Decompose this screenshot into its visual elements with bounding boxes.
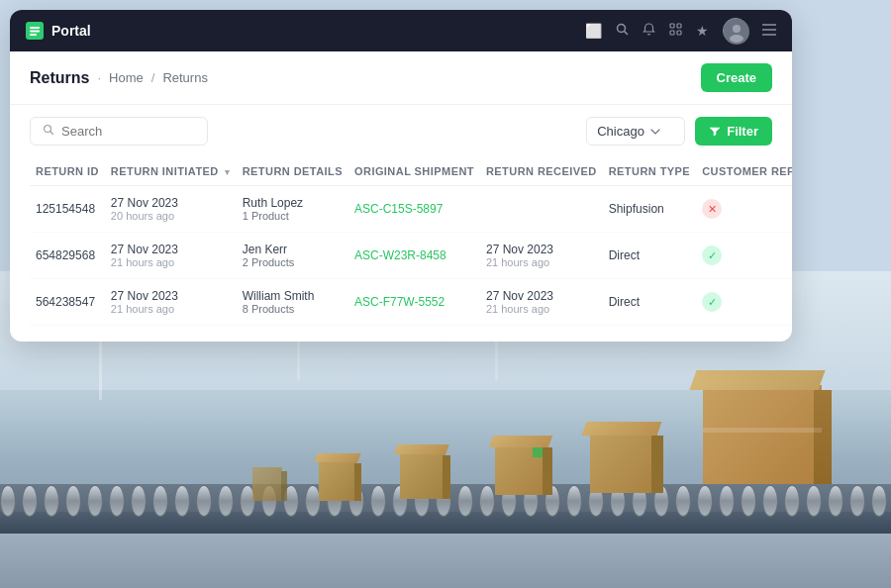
table-row: 654829568 27 Nov 2023 21 hours ago Jen K… (30, 233, 792, 279)
top-navigation: Portal ⬜ (10, 10, 792, 51)
cell-shipment: ASC-W23R-8458 (348, 233, 480, 279)
detail-products: 2 Products (243, 256, 343, 268)
warehouse-box-tiny (316, 453, 361, 501)
initiated-ago: 21 hours ago (111, 256, 231, 268)
table-row: 125154548 27 Nov 2023 20 hours ago Ruth … (30, 186, 792, 233)
cell-initiated: 27 Nov 2023 20 hours ago (105, 186, 237, 233)
col-return-details: Return Details (237, 157, 348, 186)
received-date: 27 Nov 2023 (486, 289, 597, 303)
cell-detail: Jen Kerr 2 Products (237, 233, 348, 279)
col-return-id: Return ID (30, 157, 105, 186)
location-label: Chicago (597, 124, 644, 139)
initiated-date: 27 Nov 2023 (111, 243, 231, 256)
svg-point-10 (733, 25, 741, 33)
search-nav-icon[interactable] (616, 23, 629, 39)
bell-icon[interactable] (643, 23, 655, 39)
cell-refunded: ✓ (696, 279, 792, 326)
received-ago: 21 hours ago (486, 256, 597, 268)
cell-initiated: 27 Nov 2023 21 hours ago (105, 279, 237, 326)
returns-table: Return ID Return Initiated ▾ Return Deta… (30, 157, 792, 326)
cell-return-type: Direct (603, 279, 696, 326)
logo-icon (26, 22, 44, 40)
cell-refunded: ✓ (696, 233, 792, 279)
breadcrumb-home[interactable]: Home (109, 70, 144, 85)
main-card: Portal ⬜ (10, 10, 792, 342)
cell-return-id: 654829568 (30, 233, 105, 279)
warehouse-box-small1 (491, 436, 552, 495)
toolbar: Chicago Filter (10, 105, 792, 157)
warehouse-box-medium (584, 422, 663, 493)
chevron-down-icon (650, 129, 660, 135)
grid-icon[interactable] (669, 23, 682, 39)
create-button[interactable]: Create (701, 63, 772, 92)
svg-rect-2 (30, 34, 37, 36)
detail-products: 8 Products (243, 303, 343, 315)
initiated-ago: 20 hours ago (111, 210, 231, 222)
col-customer-refunded: Customer Refunded (696, 157, 792, 186)
shipment-link[interactable]: ASC-C15S-5897 (354, 202, 443, 216)
breadcrumb-returns[interactable]: Returns (162, 70, 208, 85)
cell-return-type: Shipfusion (603, 186, 696, 233)
detail-products: 1 Product (243, 210, 343, 222)
detail-name: Ruth Lopez (243, 196, 343, 210)
toolbar-right: Chicago Filter (586, 117, 772, 146)
filter-icon (709, 126, 721, 138)
location-selector[interactable]: Chicago (586, 117, 685, 146)
svg-point-11 (730, 35, 743, 43)
received-ago: 21 hours ago (486, 303, 597, 315)
svg-rect-6 (677, 24, 681, 28)
breadcrumb-separator: · (97, 70, 101, 85)
cell-detail: Ruth Lopez 1 Product (237, 186, 348, 233)
cell-initiated: 27 Nov 2023 21 hours ago (105, 233, 237, 279)
detail-name: William Smith (243, 289, 343, 303)
shipment-link[interactable]: ASC-W23R-8458 (354, 248, 446, 262)
col-original-shipment: Original Shipment (348, 157, 480, 186)
star-icon[interactable]: ★ (696, 23, 709, 39)
initiated-ago: 21 hours ago (111, 303, 231, 315)
cell-received (480, 186, 603, 233)
breadcrumb-separator2: / (151, 70, 155, 85)
svg-rect-5 (670, 24, 674, 28)
search-input[interactable] (61, 124, 195, 139)
svg-rect-7 (670, 31, 674, 35)
cell-shipment: ASC-C15S-5897 (348, 186, 480, 233)
check-icon: ✓ (702, 245, 722, 265)
warehouse-box-far1 (249, 461, 287, 501)
page-title: Returns (30, 69, 89, 87)
cell-detail: William Smith 8 Products (237, 279, 348, 326)
cell-refunded: ✕ (696, 186, 792, 233)
col-return-type: Return Type (603, 157, 696, 186)
filter-button[interactable]: Filter (695, 117, 772, 146)
col-return-received: Return Received (480, 157, 603, 186)
window-icon[interactable]: ⬜ (585, 23, 602, 39)
table-row: 564238547 27 Nov 2023 21 hours ago Willi… (30, 279, 792, 326)
search-bar[interactable] (30, 117, 208, 146)
svg-rect-0 (30, 27, 40, 29)
cell-return-id: 564238547 (30, 279, 105, 326)
cell-received: 27 Nov 202321 hours ago (480, 233, 603, 279)
col-return-initiated[interactable]: Return Initiated ▾ (105, 157, 237, 186)
svg-line-16 (50, 132, 53, 135)
app-name: Portal (51, 23, 91, 39)
sort-arrow-initiated: ▾ (225, 167, 230, 177)
check-icon: ✓ (702, 292, 722, 312)
nav-icons-group: ⬜ ★ (585, 18, 776, 44)
app-logo: Portal (26, 22, 91, 40)
header-bar: Returns · Home / Returns Create (10, 51, 792, 105)
svg-rect-1 (30, 31, 40, 33)
returns-table-container: Return ID Return Initiated ▾ Return Deta… (10, 157, 792, 342)
initiated-date: 27 Nov 2023 (111, 289, 231, 303)
svg-line-4 (625, 32, 628, 35)
x-icon: ✕ (702, 199, 722, 219)
cell-return-type: Direct (603, 233, 696, 279)
warehouse-box-large (693, 370, 832, 484)
warehouse-box-small2 (396, 444, 450, 499)
user-avatar[interactable] (723, 18, 748, 44)
cell-shipment: ASC-F77W-5552 (348, 279, 480, 326)
cell-return-id: 125154548 (30, 186, 105, 233)
initiated-date: 27 Nov 2023 (111, 196, 231, 210)
hamburger-icon[interactable] (762, 23, 776, 39)
search-icon (43, 124, 54, 139)
table-header-row: Return ID Return Initiated ▾ Return Deta… (30, 157, 792, 186)
shipment-link[interactable]: ASC-F77W-5552 (354, 295, 445, 309)
